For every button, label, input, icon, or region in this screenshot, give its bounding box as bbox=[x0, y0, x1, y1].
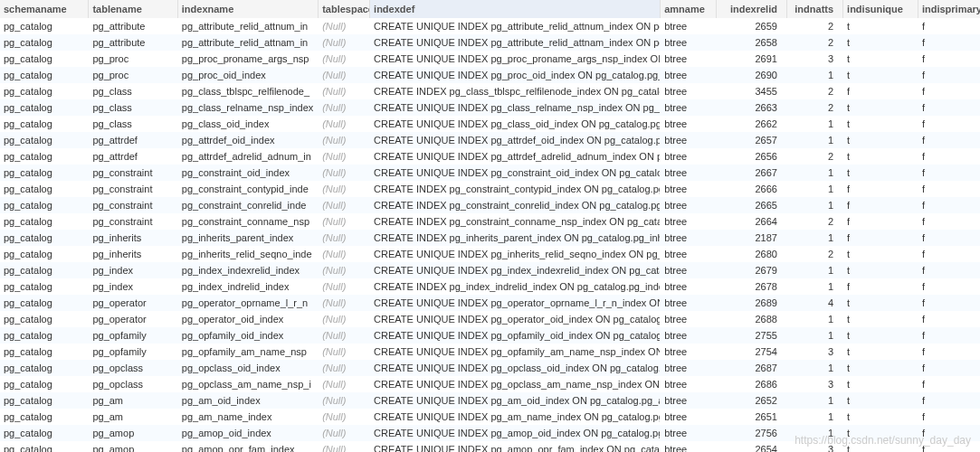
cell-indisunique[interactable]: t bbox=[843, 344, 918, 360]
cell-indexname[interactable]: pg_inherits_parent_index bbox=[178, 230, 319, 246]
cell-indisunique[interactable]: t bbox=[843, 392, 918, 409]
cell-indexdef[interactable]: CREATE UNIQUE INDEX pg_attribute_relid_a… bbox=[370, 18, 661, 34]
cell-indisprimary[interactable]: f bbox=[918, 18, 980, 34]
cell-tablespace[interactable]: (Null) bbox=[319, 67, 370, 83]
cell-schemaname[interactable]: pg_catalog bbox=[0, 311, 89, 327]
cell-amname[interactable]: btree bbox=[661, 360, 717, 376]
cell-tablename[interactable]: pg_inherits bbox=[89, 230, 177, 246]
table-row[interactable]: pg_catalogpg_amoppg_amop_oid_index(Null)… bbox=[0, 425, 980, 441]
cell-schemaname[interactable]: pg_catalog bbox=[0, 148, 89, 165]
table-row[interactable]: pg_catalogpg_classpg_class_relname_nsp_i… bbox=[0, 99, 980, 116]
cell-indexrelid[interactable]: 2187 bbox=[717, 230, 787, 246]
cell-indnatts[interactable]: 3 bbox=[787, 376, 843, 392]
cell-indexrelid[interactable]: 2691 bbox=[717, 51, 787, 67]
cell-indisunique[interactable]: t bbox=[843, 165, 918, 181]
cell-amname[interactable]: btree bbox=[661, 99, 717, 116]
cell-indexrelid[interactable]: 2687 bbox=[717, 360, 787, 376]
column-header-amname[interactable]: amname bbox=[661, 0, 717, 18]
cell-indexname[interactable]: pg_class_tblspc_relfilenode_ bbox=[178, 83, 319, 99]
cell-tablename[interactable]: pg_attrdef bbox=[89, 132, 177, 148]
cell-indisprimary[interactable]: f bbox=[918, 197, 980, 213]
cell-indisprimary[interactable]: f bbox=[918, 344, 980, 360]
cell-tablespace[interactable]: (Null) bbox=[319, 165, 370, 181]
cell-amname[interactable]: btree bbox=[661, 344, 717, 360]
cell-tablename[interactable]: pg_class bbox=[89, 83, 177, 99]
cell-indexdef[interactable]: CREATE UNIQUE INDEX pg_index_indexrelid_… bbox=[370, 262, 661, 278]
cell-indexdef[interactable]: CREATE UNIQUE INDEX pg_operator_oprname_… bbox=[370, 295, 661, 311]
cell-indnatts[interactable]: 1 bbox=[787, 165, 843, 181]
cell-indexrelid[interactable]: 2667 bbox=[717, 165, 787, 181]
cell-schemaname[interactable]: pg_catalog bbox=[0, 83, 89, 99]
cell-indisunique[interactable]: f bbox=[843, 278, 918, 295]
cell-amname[interactable]: btree bbox=[661, 213, 717, 230]
table-row[interactable]: pg_catalogpg_constraintpg_constraint_con… bbox=[0, 181, 980, 197]
cell-indexname[interactable]: pg_opclass_oid_index bbox=[178, 360, 319, 376]
cell-indnatts[interactable]: 1 bbox=[787, 327, 843, 344]
table-row[interactable]: pg_catalogpg_procpg_proc_proname_args_ns… bbox=[0, 51, 980, 67]
cell-tablespace[interactable]: (Null) bbox=[319, 344, 370, 360]
cell-indisunique[interactable]: t bbox=[843, 67, 918, 83]
cell-indnatts[interactable]: 3 bbox=[787, 344, 843, 360]
cell-indexrelid[interactable]: 2658 bbox=[717, 34, 787, 51]
cell-indexname[interactable]: pg_opfamily_am_name_nsp bbox=[178, 344, 319, 360]
table-row[interactable]: pg_catalogpg_attributepg_attribute_relid… bbox=[0, 18, 980, 34]
cell-indexname[interactable]: pg_am_oid_index bbox=[178, 392, 319, 409]
cell-indisunique[interactable]: t bbox=[843, 327, 918, 344]
cell-tablespace[interactable]: (Null) bbox=[319, 295, 370, 311]
cell-tablename[interactable]: pg_am bbox=[89, 409, 177, 425]
cell-tablespace[interactable]: (Null) bbox=[319, 246, 370, 262]
cell-indnatts[interactable]: 1 bbox=[787, 116, 843, 132]
table-row[interactable]: pg_catalogpg_opclasspg_opclass_oid_index… bbox=[0, 360, 980, 376]
cell-indisunique[interactable]: t bbox=[843, 425, 918, 441]
cell-indisprimary[interactable]: f bbox=[918, 99, 980, 116]
cell-tablename[interactable]: pg_constraint bbox=[89, 165, 177, 181]
cell-tablespace[interactable]: (Null) bbox=[319, 18, 370, 34]
cell-indexrelid[interactable]: 2754 bbox=[717, 344, 787, 360]
cell-amname[interactable]: btree bbox=[661, 67, 717, 83]
cell-indexname[interactable]: pg_operator_oid_index bbox=[178, 311, 319, 327]
cell-indisprimary[interactable]: f bbox=[918, 148, 980, 165]
cell-indisprimary[interactable]: f bbox=[918, 246, 980, 262]
cell-tablename[interactable]: pg_constraint bbox=[89, 197, 177, 213]
cell-indexname[interactable]: pg_attrdef_oid_index bbox=[178, 132, 319, 148]
cell-schemaname[interactable]: pg_catalog bbox=[0, 197, 89, 213]
column-header-indexname[interactable]: indexname bbox=[178, 0, 319, 18]
cell-tablename[interactable]: pg_attribute bbox=[89, 34, 177, 51]
cell-indnatts[interactable]: 1 bbox=[787, 392, 843, 409]
cell-tablename[interactable]: pg_index bbox=[89, 278, 177, 295]
cell-tablename[interactable]: pg_index bbox=[89, 262, 177, 278]
cell-schemaname[interactable]: pg_catalog bbox=[0, 409, 89, 425]
cell-indexname[interactable]: pg_index_indexrelid_index bbox=[178, 262, 319, 278]
cell-indisprimary[interactable]: f bbox=[918, 83, 980, 99]
cell-indisunique[interactable]: t bbox=[843, 132, 918, 148]
column-header-indnatts[interactable]: indnatts bbox=[787, 0, 843, 18]
cell-indexdef[interactable]: CREATE UNIQUE INDEX pg_attribute_relid_a… bbox=[370, 34, 661, 51]
cell-indisunique[interactable]: f bbox=[843, 83, 918, 99]
cell-indisunique[interactable]: t bbox=[843, 311, 918, 327]
cell-tablename[interactable]: pg_opfamily bbox=[89, 344, 177, 360]
cell-indnatts[interactable]: 3 bbox=[787, 51, 843, 67]
cell-tablespace[interactable]: (Null) bbox=[319, 83, 370, 99]
column-header-indisunique[interactable]: indisunique bbox=[843, 0, 918, 18]
table-row[interactable]: pg_catalogpg_attrdefpg_attrdef_adrelid_a… bbox=[0, 148, 980, 165]
cell-indexrelid[interactable]: 2690 bbox=[717, 67, 787, 83]
cell-indexdef[interactable]: CREATE INDEX pg_class_tblspc_relfilenode… bbox=[370, 83, 661, 99]
cell-tablename[interactable]: pg_attribute bbox=[89, 18, 177, 34]
cell-indexdef[interactable]: CREATE UNIQUE INDEX pg_attrdef_adrelid_a… bbox=[370, 148, 661, 165]
cell-indnatts[interactable]: 1 bbox=[787, 230, 843, 246]
cell-schemaname[interactable]: pg_catalog bbox=[0, 99, 89, 116]
cell-amname[interactable]: btree bbox=[661, 311, 717, 327]
cell-indisprimary[interactable]: f bbox=[918, 360, 980, 376]
cell-indisunique[interactable]: f bbox=[843, 213, 918, 230]
cell-tablename[interactable]: pg_opclass bbox=[89, 376, 177, 392]
cell-amname[interactable]: btree bbox=[661, 409, 717, 425]
cell-indisprimary[interactable]: f bbox=[918, 441, 980, 452]
cell-tablename[interactable]: pg_operator bbox=[89, 295, 177, 311]
table-row[interactable]: pg_catalogpg_opfamilypg_opfamily_oid_ind… bbox=[0, 327, 980, 344]
cell-indisprimary[interactable]: f bbox=[918, 181, 980, 197]
table-row[interactable]: pg_catalogpg_classpg_class_oid_index(Nul… bbox=[0, 116, 980, 132]
cell-indexname[interactable]: pg_amop_opr_fam_index bbox=[178, 441, 319, 452]
cell-indexrelid[interactable]: 2664 bbox=[717, 213, 787, 230]
column-header-tablespace[interactable]: tablespace bbox=[319, 0, 370, 18]
cell-indnatts[interactable]: 1 bbox=[787, 67, 843, 83]
